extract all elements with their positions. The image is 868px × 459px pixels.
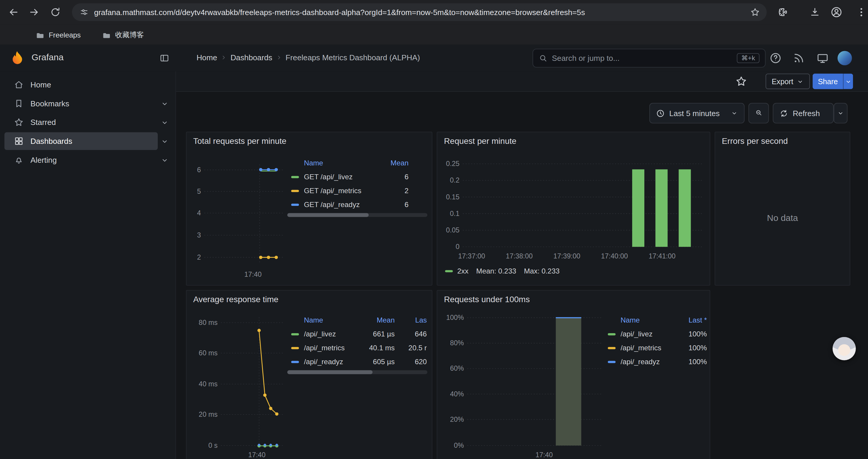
- legend-table: Name Mean Las /api/_livez 661 µs 646 /ap…: [287, 313, 428, 369]
- monitor-icon[interactable]: [816, 52, 829, 64]
- y-tick: 100%: [446, 314, 464, 321]
- favorite-star-icon[interactable]: [735, 75, 747, 88]
- series-mean: 2: [375, 186, 408, 195]
- sidebar-toggle-icon[interactable]: [159, 53, 169, 63]
- series-name[interactable]: /api/_readyz: [304, 357, 364, 366]
- help-icon[interactable]: [769, 52, 781, 64]
- sidebar-item-starred[interactable]: Starred: [0, 113, 176, 131]
- legend-header-name[interactable]: Name: [304, 316, 364, 324]
- legend-header-name[interactable]: Name: [620, 316, 673, 324]
- dashboards-grid-icon: [14, 136, 24, 146]
- x-tick: 17:40: [536, 451, 553, 459]
- sidebar-item-dashboards[interactable]: Dashboards: [0, 132, 176, 150]
- time-range-picker[interactable]: Last 5 minutes: [649, 103, 745, 124]
- series-color-dash: [291, 333, 299, 335]
- series-name[interactable]: /api/_livez: [304, 330, 364, 338]
- bookmark-star-icon[interactable]: [750, 7, 760, 17]
- download-icon[interactable]: [809, 6, 820, 18]
- chevron-down-icon: [797, 78, 804, 85]
- back-icon[interactable]: [8, 6, 19, 18]
- series-name[interactable]: /api/_readyz: [620, 357, 673, 366]
- forward-icon[interactable]: [29, 6, 39, 18]
- bookmark-folder-blogs[interactable]: 收藏博客: [99, 28, 148, 42]
- sidebar-item-label: Home: [30, 80, 51, 90]
- bookmark-folder-freeleaps[interactable]: Freeleaps: [32, 28, 84, 42]
- bar-chart: 0.25 0.2 0.15 0.1 0.05 0 17:37:00 17:38:…: [437, 132, 710, 286]
- url-bar[interactable]: grafana.mathmast.com/d/deytv4rwavabkb/fr…: [72, 3, 767, 21]
- extensions-icon[interactable]: [777, 6, 788, 18]
- series-name[interactable]: /api/_metrics: [304, 344, 364, 352]
- breadcrumb-home[interactable]: Home: [196, 53, 217, 62]
- assistant-avatar[interactable]: [833, 337, 856, 360]
- legend-row: /api/_readyz 605 µs 620: [287, 355, 428, 369]
- legend-header-mean[interactable]: Mean: [375, 159, 408, 167]
- legend-row: GET /api/_readyz 6: [287, 198, 427, 211]
- panel-errors-per-second: Errors per second No data: [715, 132, 850, 286]
- legend-header-last[interactable]: Las: [395, 316, 427, 324]
- sidebar-item-bg: [4, 76, 158, 94]
- legend-scrollbar[interactable]: [287, 213, 427, 217]
- series-name[interactable]: GET /api/_livez: [304, 173, 375, 181]
- y-tick: 2: [197, 254, 201, 261]
- y-tick: 20%: [450, 416, 464, 423]
- export-button[interactable]: Export: [766, 73, 810, 89]
- site-info-icon[interactable]: [80, 8, 89, 17]
- sidebar-item-alerting[interactable]: Alerting: [0, 151, 176, 169]
- series-name[interactable]: /api/_metrics: [620, 344, 673, 352]
- legend-table: Name Mean GET /api/_livez 6 GET /api/_me…: [287, 156, 427, 211]
- sidebar-item-bg: [4, 95, 158, 112]
- sidebar-item-bg: [4, 151, 158, 169]
- menu-kebab-icon[interactable]: [856, 6, 867, 18]
- y-tick: 0: [456, 243, 459, 251]
- sidebar-item-label: Starred: [30, 117, 56, 127]
- profile-icon[interactable]: [831, 6, 843, 18]
- chevron-down-icon[interactable]: [160, 156, 169, 164]
- panel-average-response-time: Average response time 80 ms 60 ms 40 ms …: [186, 290, 433, 459]
- legend-scrollbar[interactable]: [287, 370, 427, 374]
- chevron-down-icon[interactable]: [160, 119, 169, 127]
- legend-row: /api/_metrics 100%: [604, 341, 707, 355]
- chevron-down-icon[interactable]: [160, 100, 169, 108]
- user-avatar[interactable]: [838, 51, 852, 65]
- grafana-logo[interactable]: [9, 50, 25, 66]
- y-tick: 4: [197, 209, 201, 217]
- refresh-label: Refresh: [793, 109, 820, 118]
- chevron-down-icon[interactable]: [160, 137, 169, 145]
- y-tick: 60 ms: [199, 349, 218, 357]
- y-tick: 6: [197, 166, 201, 174]
- chevron-down-icon: [837, 109, 844, 117]
- sidebar-item-bookmarks[interactable]: Bookmarks: [0, 95, 176, 112]
- x-tick: 17:37:00: [458, 252, 485, 260]
- sidebar: Home Bookmarks Starred: [0, 71, 176, 459]
- series-name[interactable]: /api/_livez: [620, 330, 673, 338]
- series-name[interactable]: 2xx: [457, 267, 469, 275]
- legend-header-last[interactable]: Last *: [673, 316, 707, 324]
- series-mean: 40.1 ms: [364, 344, 395, 352]
- panel-title[interactable]: Errors per second: [722, 136, 788, 145]
- series-name[interactable]: GET /api/_readyz: [304, 200, 375, 208]
- refresh-button[interactable]: Refresh: [773, 103, 834, 124]
- y-tick: 5: [197, 188, 201, 195]
- legend-header-mean[interactable]: Mean: [364, 316, 395, 324]
- share-dropdown-chevron[interactable]: [843, 73, 853, 89]
- series-color-dash: [291, 203, 299, 205]
- legend-header-name[interactable]: Name: [304, 159, 375, 167]
- breadcrumb-dashboards[interactable]: Dashboards: [230, 53, 272, 62]
- refresh-interval-chevron[interactable]: [834, 103, 848, 124]
- zoom-out-button[interactable]: [748, 103, 769, 124]
- reload-icon[interactable]: [50, 6, 61, 18]
- panel-requests-under-100ms: Requests under 100ms 100% 80% 60% 40% 20…: [437, 290, 710, 459]
- series-name[interactable]: GET /api/_metrics: [304, 186, 375, 195]
- rss-icon[interactable]: [793, 52, 805, 64]
- search-input[interactable]: Search or jump to... ⌘+k: [533, 49, 766, 68]
- y-tick: 3: [197, 231, 201, 239]
- sidebar-item-home[interactable]: Home: [0, 76, 176, 94]
- x-tick: 17:40:00: [601, 252, 628, 260]
- series-color-dash: [291, 347, 299, 349]
- series-color-dash: [608, 333, 615, 335]
- export-label: Export: [772, 77, 793, 85]
- series-color-dash: [291, 190, 299, 192]
- star-icon: [14, 117, 24, 127]
- share-button[interactable]: Share: [813, 73, 843, 89]
- panel-total-requests: Total requests per minute 6 5 4 3 2 17:4…: [186, 132, 433, 286]
